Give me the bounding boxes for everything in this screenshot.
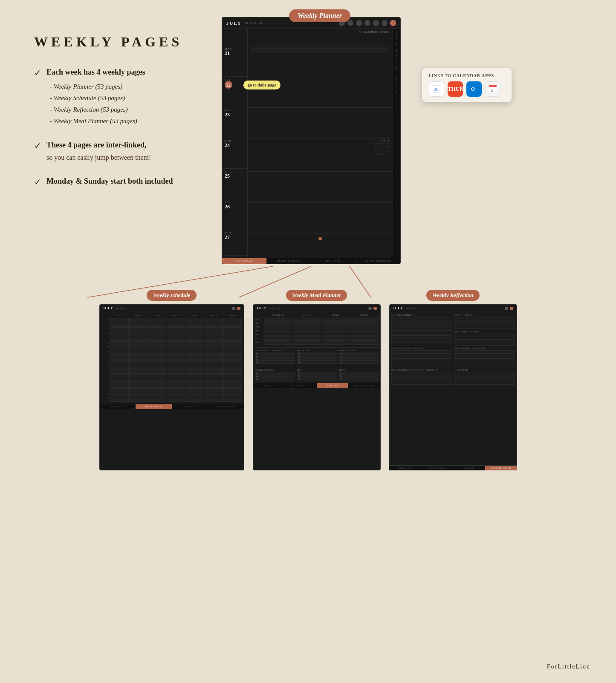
cal-popup-title: LINKS TO CALENDAR APPS (429, 73, 505, 78)
nav-icon-7[interactable] (390, 20, 396, 26)
nav-icon-4[interactable] (364, 20, 370, 26)
ps-content-fri (248, 172, 393, 203)
ps-day-row-fri: FRI 25 (222, 169, 247, 199)
refl-sections: ACCOMPLISHMENTS WHAT (390, 312, 517, 388)
ps-body: MON 21 TUE 22 WED 23 THU 24 (222, 29, 400, 264)
refl-tab-3[interactable]: MEAL PLAN (453, 466, 485, 470)
schedule-row: 5 (101, 369, 242, 374)
meal-data-row: SUN (255, 341, 379, 345)
schedule-row: 3 (101, 360, 242, 364)
feature-1-title: Each week has 4 weekly pages (46, 67, 145, 78)
section-title: WEEKLY PAGES (34, 34, 213, 50)
ps-habits-label: HABITS (250, 140, 390, 142)
meal-tab-2[interactable]: WEEKLY SCHEDULE (285, 383, 317, 388)
nav-icon-3[interactable] (356, 20, 362, 26)
svg-rect-5 (489, 85, 497, 87)
ps-tab-meal-plan[interactable]: MEAL PLAN (311, 258, 356, 264)
ps-habit-row-1: MTWTFSS (250, 145, 390, 147)
schedule-row: 8 (101, 327, 242, 331)
weekly-schedule-badge: Weekly schedule (147, 290, 196, 301)
refl-row-1: ACCOMPLISHMENTS WHAT (391, 314, 515, 346)
ps-habit-row-4: MTWTFSS (250, 153, 390, 155)
sch-tab-1[interactable]: WEEKLY PLAN (100, 404, 136, 409)
calendar-apps-popup: LINKS TO CALENDAR APPS 31 THU8 O 1 (422, 68, 512, 102)
refl-col-right-top: WHAT WORKED? WHAT DIDN'T WORK? (454, 314, 515, 346)
refl-what-didnt-work: WHAT DIDN'T WORK? (454, 331, 515, 346)
checkmark-3: ✓ (34, 177, 41, 187)
meal-data-row: TUE (255, 322, 379, 326)
ps-habit-row-2: MTWTFSS (250, 148, 390, 150)
schedule-row: 6 (101, 374, 242, 378)
feature-3-title: Monday & Sunday start both included (46, 176, 173, 187)
feature-item-3: ✓ Monday & Sunday start both included (34, 176, 213, 187)
ps-tab-weekly-schedule[interactable]: WEEKLY SCHEDULE (267, 258, 312, 264)
sub-item-4: - Weekly Meal Planner (53 pages) (50, 115, 145, 127)
sch-tab-4[interactable]: WEEKLY REFLECTION (208, 404, 244, 409)
meal-header-icons (368, 307, 377, 310)
svg-text:O: O (471, 86, 475, 92)
meal-data-row: WED (255, 326, 379, 329)
refl-header-icons (505, 307, 513, 310)
refl-header: JULY WEEK 28 (390, 305, 517, 312)
meal-tab-4[interactable]: WEEKLY REFLECTION (348, 383, 380, 388)
refl-icon-1 (505, 307, 508, 310)
refl-row-3: BEST MOMENTS/IMPORTANT MEMORIES NEXT WEE… (391, 369, 515, 385)
ps-week: WEEK 30 (245, 21, 262, 25)
meal-tab-1[interactable]: WEEKLY PLAN (253, 383, 285, 388)
weekly-planner-container: Weekly Planner LINKS TO CALENDAR APPS 31… (222, 17, 418, 264)
nav-icon-6[interactable] (382, 20, 388, 26)
nav-icon-2[interactable] (347, 20, 353, 26)
ps-goals-area: GOALS/PRIORITIES (248, 29, 393, 46)
ps-main-content: GOALS/PRIORITIES HABITS MTWTF (248, 29, 393, 264)
ps-right-sidebar: JAN FEB MAR APR MAY JUN JUL AUG SEP OCT … (393, 29, 400, 264)
ps-tab-weekly-reflection[interactable]: WEEKLY REFLECTION (356, 258, 401, 264)
sub-list-1: - Weekly Planner (53 pages) - Weekly Sch… (50, 81, 145, 127)
feature-item-1: ✓ Each week has 4 weekly pages - Weekly … (34, 67, 213, 127)
refl-best-moments: BEST MOMENTS/IMPORTANT MEMORIES (391, 369, 452, 385)
fantastical-icon: THU8 (448, 81, 463, 97)
refl-improvements: IMPROVEMENTS TO MAKE (454, 347, 515, 367)
ps-day-row-sat: SAT 26 (222, 199, 247, 230)
ps-day-row-thu: THU 24 (222, 138, 247, 169)
meal-sections: BREAKFAST LUNCH DINNER SNACKS MONTUEWEDT… (253, 312, 380, 383)
weekly-reflection-wrapper: Weekly Reflection JULY WEEK 28 ACCOMPLIS… (389, 290, 517, 470)
ps-habits-area: HABITS MTWTFSS MTWTFSS MTWTFSS MTWTFSS (248, 139, 393, 172)
sch-icon-1 (232, 307, 235, 310)
weekly-meal-badge: Weekly Meal Planner (286, 290, 347, 301)
sch-icon-2 (237, 307, 240, 310)
refl-tab-1[interactable]: WEEKLY PLAN (389, 466, 421, 470)
sch-tab-2[interactable]: WEEKLY SCHEDULE (136, 404, 172, 409)
ps-day-row-mon: MON 21 (222, 46, 247, 77)
refl-what-worked: WHAT WORKED? (454, 314, 515, 329)
ps-tab-weekly-plan[interactable]: WEEKLY PLAN (222, 258, 267, 264)
meal-data-row: MON (255, 318, 379, 322)
nav-icon-5[interactable] (373, 20, 379, 26)
sub-item-1: - Weekly Planner (53 pages) (50, 81, 145, 92)
ps-content-wed (248, 108, 393, 139)
schedule-row: 11 (101, 341, 242, 346)
weekly-meal-screenshot: JULY WEEK 26 BREAKFAST LUNCH DINNER SNAC… (253, 304, 381, 470)
ps-sun-indicator (318, 237, 322, 240)
bottom-section: Weekly schedule JULY WEEK 26 SUN 7 MON 8… (17, 290, 599, 470)
refl-row-2: DIFFICULTIES/CHALLENGES IMPROVEMENTS TO … (391, 347, 515, 367)
schedule-row: 1 (101, 351, 242, 355)
checkmark-2: ✓ (34, 141, 41, 151)
planner-screenshot: JULY WEEK 30 MON 21 (222, 17, 401, 264)
schedule-row: 12 (101, 346, 242, 350)
sch-tab-3[interactable]: MEAL PLAN (172, 404, 208, 409)
weekly-planner-badge: Weekly Planner (289, 9, 350, 22)
refl-tab-4[interactable]: WEEKLY REFLECTION (485, 466, 517, 470)
feature-2-title: These 4 pages are inter-linked, (46, 140, 151, 150)
schedule-grid: SUN 7 MON 8 TUE 9 WED 10 THU 11 FRI 12 S… (100, 312, 244, 404)
ps-day-row-wed: WED 23 (222, 107, 247, 138)
ps-habit-header: MTWTFSS (250, 143, 390, 145)
ps-bottom-tabs: WEEKLY PLAN WEEKLY SCHEDULE MEAL PLAN WE… (222, 258, 400, 264)
schedule-row: 10 (101, 393, 242, 397)
schedule-row: 9 (101, 332, 242, 336)
meal-data-row: FRI (255, 334, 379, 337)
refl-tab-2[interactable]: WEEKLY SCHEDULE (421, 466, 453, 470)
ps-days-habits: HABITS MTWTFSS MTWTFSS MTWTFSS MTWTFSS (248, 46, 393, 264)
feature-item-2: ✓ These 4 pages are inter-linked, so you… (34, 140, 213, 163)
meal-tab-3[interactable]: MEAL PLAN (317, 383, 349, 388)
schedule-rows: 67891011121234567891011 (101, 318, 242, 402)
